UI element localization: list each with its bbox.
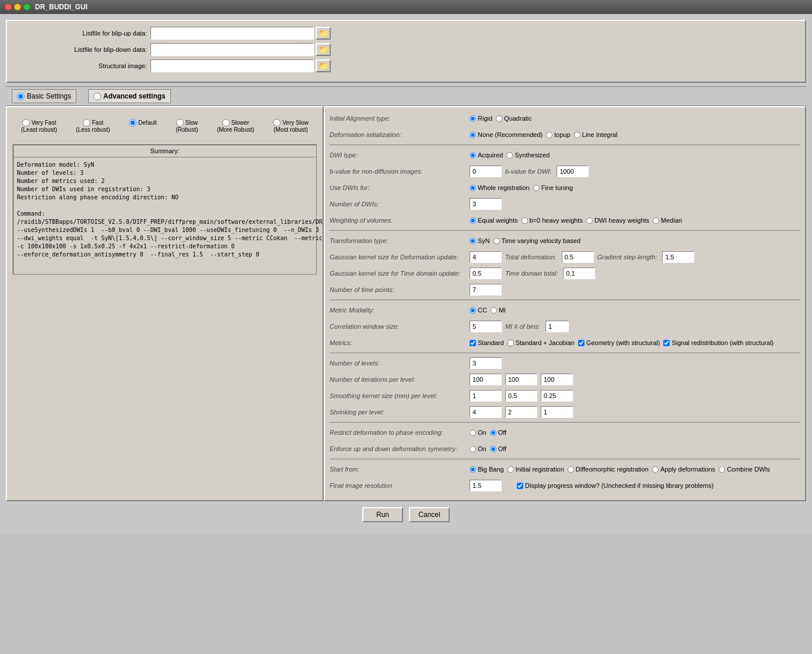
topup-radio[interactable] <box>546 132 552 138</box>
time-varying-radio[interactable] <box>494 238 500 244</box>
acquired-radio[interactable] <box>470 152 476 159</box>
speed-very-fast-radio[interactable] <box>22 119 30 126</box>
initial-registration-radio[interactable] <box>508 466 514 473</box>
speed-default-radio[interactable] <box>129 119 136 126</box>
blip-down-input[interactable] <box>150 43 314 56</box>
mi-bins-input[interactable] <box>545 321 569 332</box>
quadratic-radio[interactable] <box>496 115 502 122</box>
speed-very-slow[interactable]: Very Slow (Most robust) <box>273 119 308 133</box>
diffeomorphic-radio[interactable] <box>568 466 574 473</box>
speed-slow-radio[interactable] <box>176 119 184 126</box>
restrict-off-option[interactable]: Off <box>490 429 506 436</box>
syn-option[interactable]: SyN <box>470 237 490 244</box>
signal-redistribution-option[interactable]: Signal redistribution (with structural) <box>663 339 774 346</box>
standard-metric-option[interactable]: Standard <box>470 339 504 346</box>
shrinking-input-1[interactable] <box>470 406 502 418</box>
gradient-step-input[interactable] <box>662 251 694 263</box>
speed-slower[interactable]: Slower (More Robust) <box>217 119 254 133</box>
standard-metric-checkbox[interactable] <box>470 340 476 346</box>
b0-heavy-option[interactable]: b=0 heavy weights <box>522 217 583 224</box>
fine-tuning-option[interactable]: Fine tuning <box>533 184 573 191</box>
speed-fast[interactable]: Fast (Less robust) <box>76 119 110 133</box>
signal-redistribution-checkbox[interactable] <box>663 340 670 346</box>
blip-up-input[interactable] <box>150 27 314 40</box>
tab-basic-settings[interactable]: Basic Settings <box>12 89 76 103</box>
none-option[interactable]: None (Recommended) <box>470 131 542 138</box>
minimize-button[interactable] <box>14 3 21 10</box>
num-dwis-input[interactable] <box>470 198 502 210</box>
iterations-input-3[interactable] <box>541 374 573 385</box>
dwi-heavy-radio[interactable] <box>586 217 593 224</box>
standard-jacobian-option[interactable]: Standard + Jacobian <box>508 339 575 346</box>
display-progress-option[interactable]: Display progress window? (Unchecked if m… <box>517 482 713 489</box>
synthesized-radio[interactable] <box>506 152 513 159</box>
tab-advanced-radio[interactable] <box>93 93 101 100</box>
bvalue-nondiff-input[interactable] <box>470 166 502 177</box>
smoothing-input-2[interactable] <box>505 390 537 402</box>
fine-tuning-radio[interactable] <box>533 185 540 191</box>
symmetry-off-option[interactable]: Off <box>490 445 506 452</box>
restrict-on-radio[interactable] <box>470 430 476 436</box>
restrict-on-option[interactable]: On <box>470 429 487 436</box>
structural-input[interactable] <box>150 59 314 72</box>
whole-registration-option[interactable]: Whole registration <box>470 184 530 191</box>
speed-fast-radio[interactable] <box>83 119 90 126</box>
smoothing-input-3[interactable] <box>541 390 573 402</box>
structural-folder-button[interactable]: 📁 <box>316 59 331 72</box>
quadratic-option[interactable]: Quadratic <box>496 115 532 122</box>
corr-window-input[interactable] <box>470 321 502 332</box>
maximize-button[interactable] <box>23 3 30 10</box>
speed-very-slow-radio[interactable] <box>273 119 281 126</box>
acquired-option[interactable]: Acquired <box>470 152 503 159</box>
close-button[interactable] <box>5 3 12 10</box>
dwi-heavy-option[interactable]: DWI heavy weights <box>586 217 649 224</box>
title-bar-buttons[interactable] <box>5 3 30 10</box>
shrinking-input-3[interactable] <box>541 406 573 418</box>
smoothing-input-1[interactable] <box>470 390 502 402</box>
combine-dwis-option[interactable]: Combine DWIs <box>719 466 770 473</box>
initial-registration-option[interactable]: Initial registration <box>508 466 564 473</box>
blip-down-folder-button[interactable]: 📁 <box>316 43 331 56</box>
line-integral-radio[interactable] <box>574 132 580 138</box>
median-radio[interactable] <box>653 217 659 224</box>
speed-slow[interactable]: Slow (Robust) <box>176 119 198 133</box>
symmetry-on-radio[interactable] <box>470 446 476 452</box>
topup-option[interactable]: topup <box>546 131 570 138</box>
speed-slower-radio[interactable] <box>222 119 230 126</box>
apply-deformations-radio[interactable] <box>652 466 659 473</box>
big-bang-option[interactable]: Big Bang <box>470 466 504 473</box>
combine-dwis-radio[interactable] <box>719 466 725 473</box>
none-radio[interactable] <box>470 132 476 138</box>
num-levels-input[interactable] <box>470 357 502 369</box>
mi-radio[interactable] <box>491 307 497 314</box>
whole-registration-radio[interactable] <box>470 185 476 191</box>
final-res-input[interactable] <box>470 480 502 491</box>
median-option[interactable]: Median <box>653 217 682 224</box>
bvalue-dwi-input[interactable] <box>556 166 589 177</box>
iterations-input-2[interactable] <box>505 374 537 385</box>
symmetry-off-radio[interactable] <box>490 446 496 452</box>
geometry-structural-checkbox[interactable] <box>578 340 584 346</box>
rigid-radio[interactable] <box>470 115 476 122</box>
symmetry-on-option[interactable]: On <box>470 445 487 452</box>
blip-up-folder-button[interactable]: 📁 <box>316 27 331 40</box>
geometry-structural-option[interactable]: Geometry (with structural) <box>578 339 660 346</box>
mi-option[interactable]: MI <box>491 307 506 314</box>
rigid-option[interactable]: Rigid <box>470 115 492 122</box>
big-bang-radio[interactable] <box>470 466 476 473</box>
apply-deformations-option[interactable]: Apply deformations <box>652 466 715 473</box>
syn-radio[interactable] <box>470 238 476 244</box>
cc-option[interactable]: CC <box>470 307 487 314</box>
gaussian-kernel-deform-input[interactable] <box>470 251 502 263</box>
equal-weights-option[interactable]: Equal weights <box>470 217 518 224</box>
total-deform-input[interactable] <box>562 251 594 263</box>
shrinking-input-2[interactable] <box>505 406 537 418</box>
num-time-points-input[interactable] <box>470 284 502 296</box>
cc-radio[interactable] <box>470 307 476 314</box>
line-integral-option[interactable]: Line Integral <box>574 131 618 138</box>
diffeomorphic-option[interactable]: Diffeomorphic registration <box>568 466 649 473</box>
speed-default[interactable]: Default <box>129 119 157 133</box>
gaussian-kernel-time-input[interactable] <box>470 268 502 279</box>
display-progress-checkbox[interactable] <box>517 483 523 489</box>
synthesized-option[interactable]: Synthesized <box>506 152 550 159</box>
